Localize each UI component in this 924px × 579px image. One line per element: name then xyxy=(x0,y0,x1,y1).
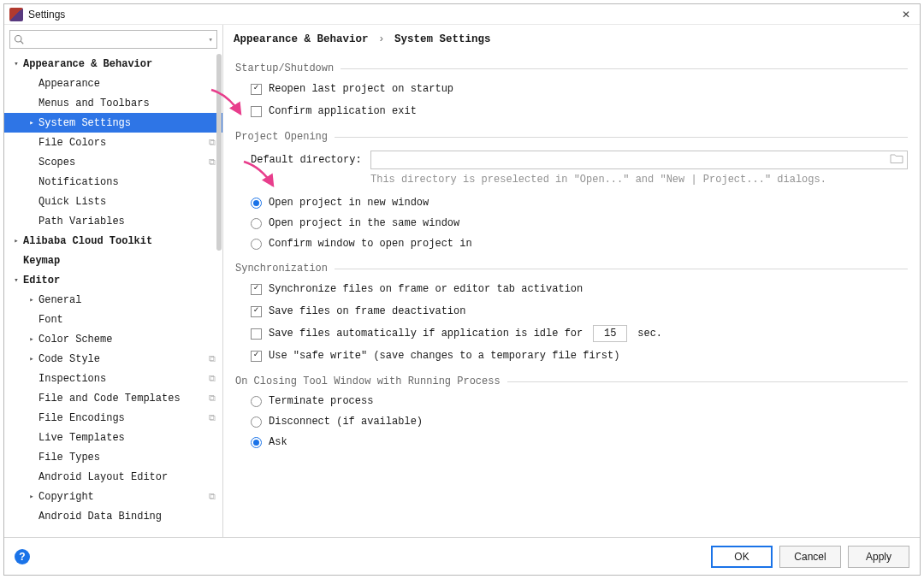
default-directory-input[interactable] xyxy=(370,151,908,169)
tree-item[interactable]: ▸Color Scheme xyxy=(4,329,222,349)
tree-item[interactable]: ▸System Settings xyxy=(4,113,222,133)
scope-icon: ⧉ xyxy=(209,374,216,384)
tree-item[interactable]: Notifications xyxy=(4,172,222,192)
search-input[interactable]: ▾ xyxy=(9,30,217,49)
radio-confirm-window[interactable]: Confirm window to open project in xyxy=(251,235,908,252)
tree-item[interactable]: ▾Editor xyxy=(4,270,222,290)
settings-window: Settings ✕ ▾ ▾Appearance & BehaviorAppea… xyxy=(3,3,921,576)
radio-label: Open project in the same window xyxy=(269,217,459,229)
radio-ask[interactable]: Ask xyxy=(251,434,908,451)
tree-item[interactable]: Font xyxy=(4,310,222,329)
close-icon: ✕ xyxy=(902,9,910,21)
radio-icon xyxy=(251,396,262,407)
group-closing-tool-window: On Closing Tool Window with Running Proc… xyxy=(235,375,908,451)
tree-item[interactable]: ▸Copyright⧉ xyxy=(4,487,222,506)
tree-item-label: Editor xyxy=(23,275,216,287)
tree-item[interactable]: Inspections⧉ xyxy=(4,369,222,388)
settings-tree[interactable]: ▾Appearance & BehaviorAppearanceMenus an… xyxy=(4,54,222,537)
caret-icon: ▸ xyxy=(11,236,21,245)
tree-item[interactable]: ▸General xyxy=(4,290,222,310)
search-field[interactable] xyxy=(27,32,205,46)
group-startup: Startup/Shutdown Reopen last project on … xyxy=(235,62,908,121)
tree-item[interactable]: Live Templates xyxy=(4,428,222,447)
radio-open-same-window[interactable]: Open project in the same window xyxy=(251,215,908,232)
scope-icon: ⧉ xyxy=(209,354,216,364)
tree-item-label: Color Scheme xyxy=(38,334,216,346)
checkbox-sync-on-activation[interactable]: Synchronize files on frame or editor tab… xyxy=(251,280,908,298)
group-title: On Closing Tool Window with Running Proc… xyxy=(235,375,500,387)
tree-item[interactable]: File Types xyxy=(4,447,222,467)
tree-item-label: Android Data Binding xyxy=(38,511,216,523)
tree-item[interactable]: ▸Code Style⧉ xyxy=(4,349,222,369)
titlebar: Settings ✕ xyxy=(4,4,920,25)
divider xyxy=(341,68,908,69)
tree-item-label: Appearance & Behavior xyxy=(23,58,216,70)
ok-button[interactable]: OK xyxy=(711,546,773,568)
help-button[interactable]: ? xyxy=(15,549,30,564)
checkbox-confirm-exit[interactable]: Confirm application exit xyxy=(251,102,908,121)
cancel-button[interactable]: Cancel xyxy=(779,546,841,568)
checkbox-icon xyxy=(251,84,262,95)
folder-icon[interactable] xyxy=(890,153,903,167)
tree-item-label: Menus and Toolbars xyxy=(38,97,216,109)
idle-seconds-suffix: sec. xyxy=(637,328,662,340)
button-bar: ? OK Cancel Apply xyxy=(4,537,920,575)
tree-item[interactable]: Keymap xyxy=(4,251,222,270)
radio-icon xyxy=(251,437,262,448)
tree-item-label: Copyright xyxy=(38,491,205,503)
checkbox-label: Reopen last project on startup xyxy=(269,83,453,95)
caret-icon: ▸ xyxy=(27,492,37,501)
checkbox-icon xyxy=(251,284,262,295)
checkbox-icon xyxy=(251,351,262,362)
tree-item[interactable]: Android Layout Editor xyxy=(4,467,222,487)
breadcrumb: Appearance & Behavior › System Settings xyxy=(223,25,920,49)
default-directory-hint: This directory is preselected in "Open..… xyxy=(251,174,908,186)
group-title: Synchronization xyxy=(235,263,328,275)
tree-item-label: General xyxy=(38,294,216,306)
tree-item[interactable]: File Encodings⧉ xyxy=(4,408,222,428)
tree-item[interactable]: File and Code Templates⧉ xyxy=(4,388,222,408)
tree-item[interactable]: Appearance xyxy=(4,74,222,93)
radio-open-new-window[interactable]: Open project in new window xyxy=(251,194,908,211)
apply-button[interactable]: Apply xyxy=(848,546,909,568)
tree-item-label: Appearance xyxy=(38,78,216,90)
checkbox-safe-write[interactable]: Use "safe write" (save changes to a temp… xyxy=(251,346,908,365)
checkbox-icon xyxy=(251,106,262,117)
checkbox-save-on-deactivation[interactable]: Save files on frame deactivation xyxy=(251,302,908,321)
tree-item-label: File Encodings xyxy=(38,412,205,424)
group-title: Project Opening xyxy=(235,131,328,143)
scope-icon: ⧉ xyxy=(209,492,216,502)
tree-item[interactable]: Menus and Toolbars xyxy=(4,93,222,113)
breadcrumb-separator: › xyxy=(375,33,388,45)
caret-icon: ▾ xyxy=(11,275,21,285)
checkbox-reopen-project[interactable]: Reopen last project on startup xyxy=(251,80,908,98)
tree-item[interactable]: ▾Appearance & Behavior xyxy=(4,54,222,74)
divider xyxy=(335,137,908,138)
radio-disconnect[interactable]: Disconnect (if available) xyxy=(251,413,908,430)
tree-item-label: Keymap xyxy=(23,255,216,267)
close-button[interactable]: ✕ xyxy=(897,6,915,23)
caret-icon: ▸ xyxy=(27,354,37,363)
tree-item-label: Path Variables xyxy=(38,216,216,227)
window-title: Settings xyxy=(28,9,897,21)
tree-item[interactable]: Quick Lists xyxy=(4,192,222,211)
sidebar-scrollbar[interactable] xyxy=(216,54,222,537)
tree-item-label: System Settings xyxy=(38,117,216,129)
scope-icon: ⧉ xyxy=(209,138,216,148)
tree-item-label: Code Style xyxy=(38,353,205,365)
checkbox-save-idle[interactable]: Save files automatically if application … xyxy=(251,324,908,343)
tree-item[interactable]: File Colors⧉ xyxy=(4,133,222,152)
scrollbar-thumb[interactable] xyxy=(216,54,222,251)
radio-label: Confirm window to open project in xyxy=(269,238,472,250)
tree-item-label: Android Layout Editor xyxy=(38,471,216,483)
tree-item[interactable]: ▸Alibaba Cloud Toolkit xyxy=(4,231,222,251)
radio-terminate-process[interactable]: Terminate process xyxy=(251,393,908,410)
chevron-down-icon: ▾ xyxy=(209,35,213,44)
checkbox-label: Synchronize files on frame or editor tab… xyxy=(269,283,583,295)
idle-seconds-input[interactable]: 15 xyxy=(593,325,627,342)
tree-item[interactable]: Android Data Binding xyxy=(4,506,222,526)
tree-item[interactable]: Path Variables xyxy=(4,211,222,231)
tree-item[interactable]: Scopes⧉ xyxy=(4,152,222,172)
tree-item-label: File Colors xyxy=(38,137,205,149)
dialog-body: ▾ ▾Appearance & BehaviorAppearanceMenus … xyxy=(4,25,920,537)
